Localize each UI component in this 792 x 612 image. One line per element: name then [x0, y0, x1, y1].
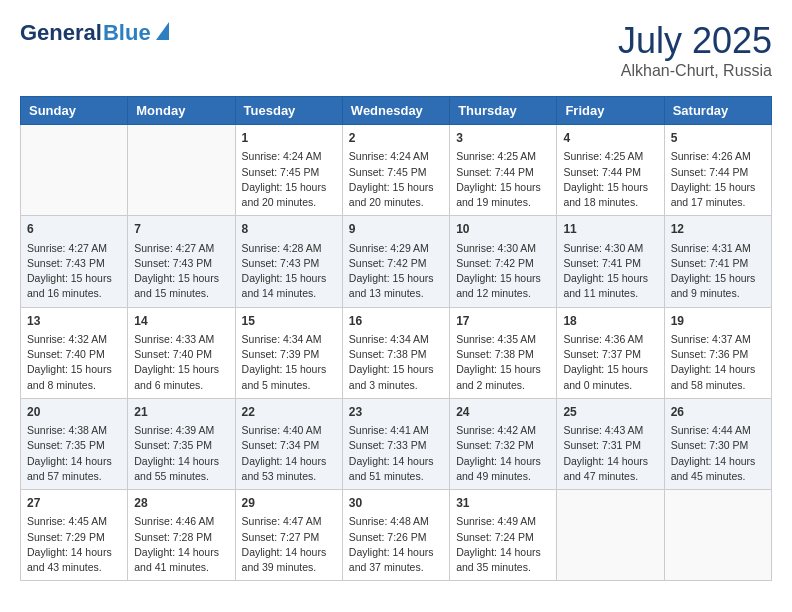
calendar-cell: 22Sunrise: 4:40 AMSunset: 7:34 PMDayligh… — [235, 398, 342, 489]
sunset-text: Sunset: 7:26 PM — [349, 531, 427, 543]
sunset-text: Sunset: 7:27 PM — [242, 531, 320, 543]
day-number: 11 — [563, 221, 657, 238]
daylight-text: Daylight: 14 hours and 43 minutes. — [27, 546, 112, 573]
col-header-wednesday: Wednesday — [342, 97, 449, 125]
day-number: 27 — [27, 495, 121, 512]
sunrise-text: Sunrise: 4:36 AM — [563, 333, 643, 345]
daylight-text: Daylight: 14 hours and 37 minutes. — [349, 546, 434, 573]
day-number: 3 — [456, 130, 550, 147]
sunset-text: Sunset: 7:43 PM — [242, 257, 320, 269]
day-number: 12 — [671, 221, 765, 238]
calendar-cell: 4Sunrise: 4:25 AMSunset: 7:44 PMDaylight… — [557, 125, 664, 216]
sunrise-text: Sunrise: 4:44 AM — [671, 424, 751, 436]
logo: General Blue — [20, 20, 151, 46]
sunset-text: Sunset: 7:43 PM — [134, 257, 212, 269]
calendar-cell — [664, 490, 771, 581]
daylight-text: Daylight: 15 hours and 13 minutes. — [349, 272, 434, 299]
sunset-text: Sunset: 7:37 PM — [563, 348, 641, 360]
page-header: General Blue July 2025 Alkhan-Churt, Rus… — [20, 20, 772, 80]
day-number: 31 — [456, 495, 550, 512]
sunset-text: Sunset: 7:35 PM — [134, 439, 212, 451]
daylight-text: Daylight: 15 hours and 6 minutes. — [134, 363, 219, 390]
daylight-text: Daylight: 15 hours and 20 minutes. — [349, 181, 434, 208]
day-number: 14 — [134, 313, 228, 330]
sunrise-text: Sunrise: 4:32 AM — [27, 333, 107, 345]
sunset-text: Sunset: 7:44 PM — [671, 166, 749, 178]
daylight-text: Daylight: 14 hours and 49 minutes. — [456, 455, 541, 482]
daylight-text: Daylight: 15 hours and 17 minutes. — [671, 181, 756, 208]
title-block: July 2025 Alkhan-Churt, Russia — [618, 20, 772, 80]
daylight-text: Daylight: 14 hours and 39 minutes. — [242, 546, 327, 573]
day-number: 30 — [349, 495, 443, 512]
daylight-text: Daylight: 15 hours and 14 minutes. — [242, 272, 327, 299]
day-number: 25 — [563, 404, 657, 421]
sunrise-text: Sunrise: 4:42 AM — [456, 424, 536, 436]
calendar-cell: 25Sunrise: 4:43 AMSunset: 7:31 PMDayligh… — [557, 398, 664, 489]
daylight-text: Daylight: 14 hours and 55 minutes. — [134, 455, 219, 482]
day-number: 22 — [242, 404, 336, 421]
sunrise-text: Sunrise: 4:27 AM — [134, 242, 214, 254]
sunrise-text: Sunrise: 4:37 AM — [671, 333, 751, 345]
sunrise-text: Sunrise: 4:34 AM — [242, 333, 322, 345]
daylight-text: Daylight: 14 hours and 41 minutes. — [134, 546, 219, 573]
calendar-cell: 17Sunrise: 4:35 AMSunset: 7:38 PMDayligh… — [450, 307, 557, 398]
sunset-text: Sunset: 7:33 PM — [349, 439, 427, 451]
calendar-cell: 13Sunrise: 4:32 AMSunset: 7:40 PMDayligh… — [21, 307, 128, 398]
calendar-cell: 30Sunrise: 4:48 AMSunset: 7:26 PMDayligh… — [342, 490, 449, 581]
day-number: 2 — [349, 130, 443, 147]
day-number: 21 — [134, 404, 228, 421]
sunrise-text: Sunrise: 4:45 AM — [27, 515, 107, 527]
daylight-text: Daylight: 15 hours and 5 minutes. — [242, 363, 327, 390]
calendar-cell — [557, 490, 664, 581]
sunset-text: Sunset: 7:35 PM — [27, 439, 105, 451]
sunset-text: Sunset: 7:44 PM — [563, 166, 641, 178]
col-header-thursday: Thursday — [450, 97, 557, 125]
daylight-text: Daylight: 15 hours and 16 minutes. — [27, 272, 112, 299]
daylight-text: Daylight: 15 hours and 8 minutes. — [27, 363, 112, 390]
day-number: 18 — [563, 313, 657, 330]
sunrise-text: Sunrise: 4:47 AM — [242, 515, 322, 527]
calendar-cell: 14Sunrise: 4:33 AMSunset: 7:40 PMDayligh… — [128, 307, 235, 398]
sunrise-text: Sunrise: 4:28 AM — [242, 242, 322, 254]
sunset-text: Sunset: 7:34 PM — [242, 439, 320, 451]
sunset-text: Sunset: 7:42 PM — [349, 257, 427, 269]
calendar-cell: 1Sunrise: 4:24 AMSunset: 7:45 PMDaylight… — [235, 125, 342, 216]
day-number: 5 — [671, 130, 765, 147]
sunset-text: Sunset: 7:24 PM — [456, 531, 534, 543]
sunrise-text: Sunrise: 4:31 AM — [671, 242, 751, 254]
calendar-cell: 15Sunrise: 4:34 AMSunset: 7:39 PMDayligh… — [235, 307, 342, 398]
sunset-text: Sunset: 7:40 PM — [134, 348, 212, 360]
calendar-cell: 20Sunrise: 4:38 AMSunset: 7:35 PMDayligh… — [21, 398, 128, 489]
calendar-cell: 19Sunrise: 4:37 AMSunset: 7:36 PMDayligh… — [664, 307, 771, 398]
daylight-text: Daylight: 15 hours and 2 minutes. — [456, 363, 541, 390]
calendar-header-row: SundayMondayTuesdayWednesdayThursdayFrid… — [21, 97, 772, 125]
sunset-text: Sunset: 7:45 PM — [349, 166, 427, 178]
sunset-text: Sunset: 7:36 PM — [671, 348, 749, 360]
calendar-cell — [21, 125, 128, 216]
calendar-cell: 3Sunrise: 4:25 AMSunset: 7:44 PMDaylight… — [450, 125, 557, 216]
sunset-text: Sunset: 7:40 PM — [27, 348, 105, 360]
day-number: 26 — [671, 404, 765, 421]
sunrise-text: Sunrise: 4:41 AM — [349, 424, 429, 436]
daylight-text: Daylight: 14 hours and 58 minutes. — [671, 363, 756, 390]
day-number: 4 — [563, 130, 657, 147]
day-number: 20 — [27, 404, 121, 421]
col-header-sunday: Sunday — [21, 97, 128, 125]
day-number: 23 — [349, 404, 443, 421]
sunset-text: Sunset: 7:41 PM — [563, 257, 641, 269]
day-number: 28 — [134, 495, 228, 512]
calendar-cell: 29Sunrise: 4:47 AMSunset: 7:27 PMDayligh… — [235, 490, 342, 581]
sunset-text: Sunset: 7:38 PM — [456, 348, 534, 360]
daylight-text: Daylight: 15 hours and 12 minutes. — [456, 272, 541, 299]
daylight-text: Daylight: 15 hours and 0 minutes. — [563, 363, 648, 390]
col-header-saturday: Saturday — [664, 97, 771, 125]
sunset-text: Sunset: 7:39 PM — [242, 348, 320, 360]
daylight-text: Daylight: 15 hours and 9 minutes. — [671, 272, 756, 299]
sunrise-text: Sunrise: 4:38 AM — [27, 424, 107, 436]
sunrise-text: Sunrise: 4:34 AM — [349, 333, 429, 345]
calendar-cell: 28Sunrise: 4:46 AMSunset: 7:28 PMDayligh… — [128, 490, 235, 581]
calendar-cell: 31Sunrise: 4:49 AMSunset: 7:24 PMDayligh… — [450, 490, 557, 581]
calendar-cell: 8Sunrise: 4:28 AMSunset: 7:43 PMDaylight… — [235, 216, 342, 307]
daylight-text: Daylight: 15 hours and 3 minutes. — [349, 363, 434, 390]
day-number: 17 — [456, 313, 550, 330]
